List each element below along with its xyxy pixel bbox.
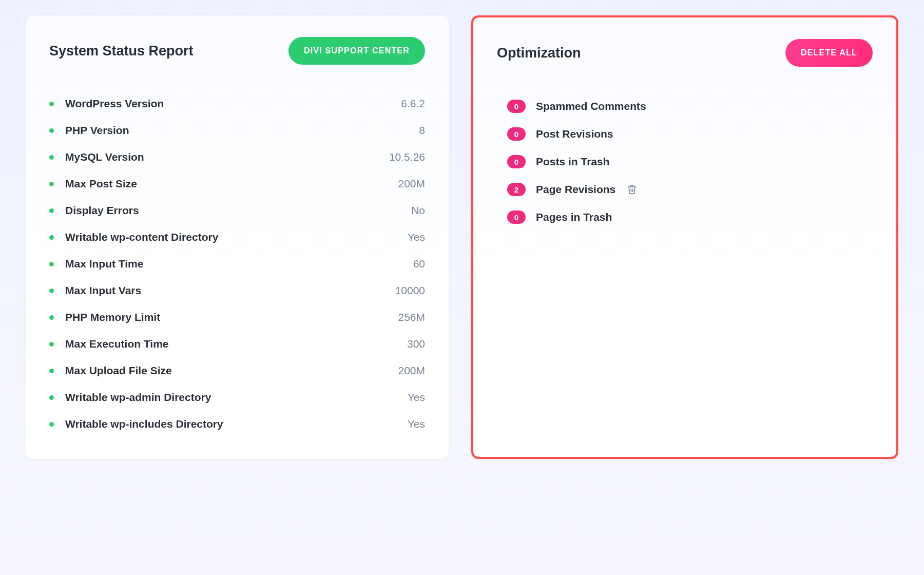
status-dot-icon xyxy=(49,182,54,186)
status-value: No xyxy=(411,204,425,217)
status-dot-icon xyxy=(49,315,54,320)
status-label: Max Input Vars xyxy=(65,284,395,297)
status-value: Yes xyxy=(408,391,425,404)
status-label: PHP Memory Limit xyxy=(65,311,398,323)
status-value: 256M xyxy=(398,311,425,323)
status-dot-icon xyxy=(49,102,54,106)
status-dot-icon xyxy=(49,342,54,347)
delete-all-button[interactable]: DELETE ALL xyxy=(785,39,873,67)
status-label: Max Post Size xyxy=(65,178,398,190)
status-value: 300 xyxy=(407,338,425,350)
status-dot-icon xyxy=(49,235,54,240)
status-row: Max Execution Time300 xyxy=(49,331,425,357)
optimization-row: 0Spammed Comments xyxy=(507,92,873,120)
optimization-row: 0Pages in Trash xyxy=(507,203,873,231)
status-value: 6.6.2 xyxy=(401,98,425,110)
status-label: Writable wp-includes Directory xyxy=(65,418,408,430)
count-badge: 0 xyxy=(507,155,526,168)
system-status-card: System Status Report DIVI SUPPORT CENTER… xyxy=(26,15,449,459)
status-row: Display ErrorsNo xyxy=(49,197,425,224)
status-dot-icon xyxy=(49,395,54,400)
status-value: 10000 xyxy=(395,284,425,297)
status-row: Writable wp-content DirectoryYes xyxy=(49,224,425,251)
count-badge: 0 xyxy=(507,127,526,141)
status-value: Yes xyxy=(408,418,425,430)
status-dot-icon xyxy=(49,208,54,213)
count-badge: 0 xyxy=(507,100,526,113)
status-card-title: System Status Report xyxy=(49,43,194,59)
status-row: Max Upload File Size200M xyxy=(49,357,425,384)
status-dot-icon xyxy=(49,128,54,133)
status-row: Max Input Vars10000 xyxy=(49,277,425,304)
status-row: PHP Version8 xyxy=(49,117,425,144)
status-label: Writable wp-admin Directory xyxy=(65,391,408,404)
optimization-label: Pages in Trash xyxy=(536,211,612,223)
status-list: WordPress Version6.6.2PHP Version8MySQL … xyxy=(49,90,425,437)
status-row: MySQL Version10.5.26 xyxy=(49,144,425,170)
optimization-card: Optimization DELETE ALL 0Spammed Comment… xyxy=(471,15,898,459)
optimization-card-title: Optimization xyxy=(497,45,581,61)
optimization-row: 0Post Revisions xyxy=(507,120,873,148)
status-label: PHP Version xyxy=(65,124,419,137)
status-label: Writable wp-content Directory xyxy=(65,231,408,243)
status-label: MySQL Version xyxy=(65,151,389,163)
status-value: Yes xyxy=(408,231,425,243)
optimization-row: 0Posts in Trash xyxy=(507,148,873,176)
status-value: 60 xyxy=(413,258,425,270)
optimization-label: Spammed Comments xyxy=(536,100,646,112)
status-label: Max Upload File Size xyxy=(65,365,398,377)
status-label: Display Errors xyxy=(65,204,411,217)
optimization-card-header: Optimization DELETE ALL xyxy=(497,39,873,67)
optimization-label: Posts in Trash xyxy=(536,156,610,168)
status-dot-icon xyxy=(49,422,54,427)
status-label: Max Execution Time xyxy=(65,338,407,350)
status-dot-icon xyxy=(49,155,54,160)
status-row: Writable wp-includes DirectoryYes xyxy=(49,411,425,437)
status-row: Max Input Time60 xyxy=(49,251,425,277)
status-row: Writable wp-admin DirectoryYes xyxy=(49,384,425,411)
optimization-row: 2Page Revisions xyxy=(507,176,873,203)
optimization-label: Page Revisions xyxy=(536,183,615,196)
status-dot-icon xyxy=(49,369,54,373)
status-label: Max Input Time xyxy=(65,258,413,270)
status-value: 200M xyxy=(398,178,425,190)
status-row: PHP Memory Limit256M xyxy=(49,304,425,331)
divi-support-center-button[interactable]: DIVI SUPPORT CENTER xyxy=(288,37,425,65)
status-value: 8 xyxy=(419,124,425,137)
status-value: 10.5.26 xyxy=(389,151,425,163)
trash-icon[interactable] xyxy=(627,184,637,195)
status-card-header: System Status Report DIVI SUPPORT CENTER xyxy=(49,37,425,65)
optimization-list: 0Spammed Comments0Post Revisions0Posts i… xyxy=(497,92,873,231)
status-dot-icon xyxy=(49,262,54,266)
status-row: Max Post Size200M xyxy=(49,170,425,197)
count-badge: 0 xyxy=(507,210,526,224)
count-badge: 2 xyxy=(507,183,526,196)
status-dot-icon xyxy=(49,289,54,293)
status-row: WordPress Version6.6.2 xyxy=(49,90,425,117)
optimization-label: Post Revisions xyxy=(536,128,613,140)
status-label: WordPress Version xyxy=(65,98,401,110)
status-value: 200M xyxy=(398,365,425,377)
